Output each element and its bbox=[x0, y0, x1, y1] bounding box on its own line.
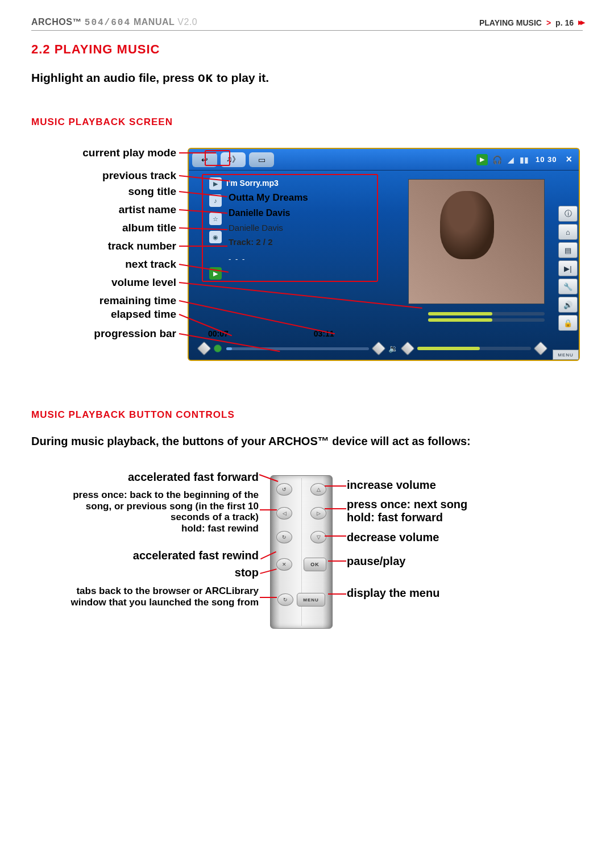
page-header: ARCHOS™ 504/604 MANUAL V2.0 PLAYING MUSI… bbox=[31, 17, 583, 31]
controls-figure: accelerated fast forward press once: bac… bbox=[31, 471, 583, 664]
headphones-icon: 🎧 bbox=[492, 155, 502, 164]
btn-tabs-icon: ↻ bbox=[277, 593, 293, 606]
close-icon: × bbox=[566, 153, 572, 165]
btn-vol-down-icon: ▽ bbox=[310, 531, 326, 543]
side-settings-icon: 🔧 bbox=[558, 279, 578, 294]
label-previous: previous track bbox=[102, 169, 176, 182]
progress-bar-row: 🔉 bbox=[199, 343, 546, 354]
playback-figure: current play mode previous track song ti… bbox=[31, 142, 583, 387]
crumb-section: PLAYING MUSIC bbox=[479, 18, 542, 27]
battery-icon: ▮▮ bbox=[520, 155, 529, 164]
label-back-prev: press once: back to the beginning of the… bbox=[54, 489, 259, 534]
btn-next-icon: ▷ bbox=[310, 507, 326, 520]
album-art bbox=[408, 179, 545, 304]
crumb-sep: > bbox=[546, 18, 551, 27]
btn-prev-icon: ◁ bbox=[276, 507, 292, 520]
btn-menu: MENU bbox=[297, 593, 325, 607]
side-toolbar: ⓘ ⌂ ▤ ▶| 🔧 🔊 🔒 bbox=[558, 206, 579, 331]
callout-line bbox=[179, 152, 216, 153]
menu-button: MENU bbox=[553, 350, 579, 360]
ctl-line bbox=[325, 485, 346, 487]
subhead-playback-screen: MUSIC PLAYBACK SCREEN bbox=[31, 117, 583, 128]
label-tabs-back: tabs back to the browser or ARCLibrary w… bbox=[54, 585, 259, 608]
label-remaining: remaining time bbox=[99, 294, 176, 308]
ctl-line bbox=[260, 597, 277, 598]
label-progression: progression bar bbox=[94, 327, 176, 340]
version: V2.0 bbox=[177, 17, 197, 27]
volume-bars bbox=[428, 312, 545, 325]
label-menu: display the menu bbox=[347, 587, 439, 600]
controls-intro: During music playback, the buttons of yo… bbox=[31, 435, 583, 448]
ctl-line bbox=[325, 508, 346, 509]
callout-box bbox=[202, 174, 378, 282]
callout-line bbox=[179, 246, 227, 247]
side-sound-icon: 🔊 bbox=[558, 297, 578, 313]
label-dec-vol: decrease volume bbox=[347, 531, 439, 544]
ctl-line bbox=[328, 560, 346, 562]
tab-browser-icon: ▭ bbox=[249, 152, 274, 167]
clock: 10 30 bbox=[536, 155, 557, 164]
btn-accel-fr-icon: ↺ bbox=[276, 483, 292, 496]
diamond-mid-icon bbox=[371, 341, 385, 355]
label-next-track: next track bbox=[125, 258, 176, 271]
side-list-icon: ▤ bbox=[558, 242, 578, 258]
label-next-ff: press once: next song hold: fast forward bbox=[347, 498, 467, 524]
label-accel-ff: accelerated fast forward bbox=[128, 471, 259, 484]
speaker-icon: 🔉 bbox=[388, 344, 398, 353]
intro-line: Highlight an audio file, press OK to pla… bbox=[31, 71, 583, 85]
side-skip-icon: ▶| bbox=[558, 260, 578, 276]
label-accel-fr: accelerated fast rewind bbox=[133, 549, 259, 562]
diamond-vol-l-icon bbox=[400, 341, 414, 355]
manual-label: MANUAL bbox=[134, 17, 175, 27]
speaker-status-icon: ◢ bbox=[508, 155, 514, 164]
side-home-icon: ⌂ bbox=[558, 224, 578, 240]
label-song-title: song title bbox=[128, 185, 176, 198]
side-info-icon: ⓘ bbox=[558, 206, 578, 222]
btn-accel-ff-icon: ↻ bbox=[276, 531, 292, 543]
btn-stop-icon: ✕ bbox=[276, 558, 292, 571]
diamond-vol-r-icon bbox=[533, 341, 547, 355]
model: 504/604 bbox=[85, 18, 131, 28]
crumb-page: p. 16 bbox=[555, 18, 574, 27]
device-buttons: ↺ △ ◁ ▷ ↻ ▽ ✕ OK ↻ MENU bbox=[270, 475, 333, 629]
label-artist: artist name bbox=[119, 203, 176, 217]
label-elapsed: elapsed time bbox=[111, 308, 176, 321]
label-album: album title bbox=[122, 222, 176, 235]
header-left: ARCHOS™ 504/604 MANUAL V2.0 bbox=[31, 17, 197, 28]
brand: ARCHOS™ bbox=[31, 17, 82, 27]
ctl-line bbox=[260, 509, 277, 510]
play-dot-icon bbox=[214, 344, 222, 352]
label-track-no: track number bbox=[108, 240, 176, 253]
forward-arrows-icon: ▶▶ bbox=[578, 19, 583, 26]
intro-post: to play it. bbox=[213, 71, 269, 84]
intro-pre: Highlight an audio file, press bbox=[31, 71, 198, 84]
side-lock-icon: 🔒 bbox=[558, 315, 578, 331]
progress-track bbox=[226, 347, 369, 350]
label-volume: volume level bbox=[111, 276, 176, 289]
label-inc-vol: increase volume bbox=[347, 479, 436, 492]
subhead-button-controls: MUSIC PLAYBACK BUTTON CONTROLS bbox=[31, 409, 583, 421]
status-play-icon: ▶ bbox=[476, 154, 488, 165]
volume-track bbox=[417, 347, 531, 350]
btn-ok: OK bbox=[304, 558, 326, 571]
label-play-mode: current play mode bbox=[82, 147, 176, 160]
ctl-line bbox=[328, 593, 346, 595]
label-pause: pause/play bbox=[347, 555, 405, 568]
section-title: 2.2 PLAYING MUSIC bbox=[31, 42, 583, 57]
ok-key: OK bbox=[198, 72, 213, 85]
label-stop: stop bbox=[235, 566, 259, 579]
ctl-line bbox=[325, 535, 346, 537]
btn-vol-up-icon: △ bbox=[310, 483, 326, 496]
header-right: PLAYING MUSIC > p. 16 ▶▶ bbox=[479, 18, 583, 27]
player-topbar: ↩ ♫》 ▭ ▶ 🎧 ◢ ▮▮ 10 30 × bbox=[189, 149, 579, 171]
diamond-left-icon bbox=[197, 341, 211, 355]
